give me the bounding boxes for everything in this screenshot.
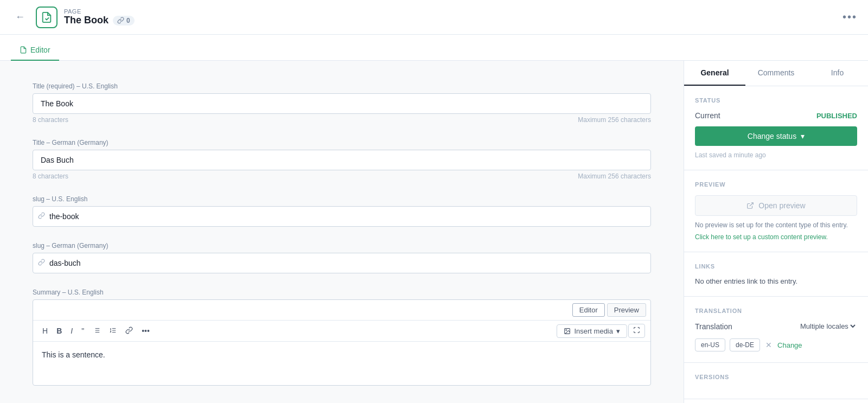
status-value: PUBLISHED <box>816 112 857 120</box>
locale-change-link[interactable]: Change <box>777 341 802 349</box>
versions-section: VERSIONS <box>684 363 868 399</box>
preview-link[interactable]: Click here to set up a custom content pr… <box>695 233 828 241</box>
main-layout: Title (required) – U.S. English 8 charac… <box>0 61 868 403</box>
sidebar-tabs: General Comments Info <box>684 61 868 86</box>
link-icon <box>117 17 124 24</box>
page-icon <box>41 11 53 23</box>
tab-editor-label: Editor <box>30 46 50 54</box>
insert-media-label: Insert media <box>574 327 613 335</box>
preview-section-title: PREVIEW <box>695 181 857 188</box>
translation-section-title: TRANSLATION <box>695 308 857 314</box>
toolbar-ul-btn[interactable] <box>89 324 104 338</box>
summary-content[interactable]: This is a sentence. <box>33 342 650 385</box>
sidebar-tab-general[interactable]: General <box>684 61 745 86</box>
header-page-label: Page <box>64 8 135 15</box>
toolbar-quote-btn[interactable]: " <box>78 324 88 337</box>
field-slug-en: slug – U.S. English <box>33 195 651 227</box>
toolbar-ol-btn[interactable] <box>105 324 120 338</box>
insert-media-button[interactable]: Insert media ▾ <box>557 324 627 338</box>
svg-line-11 <box>750 203 753 206</box>
insert-media-icon <box>564 328 571 335</box>
title-en-char-count: 8 characters <box>33 116 68 124</box>
title-en-max: Maximum 256 characters <box>578 116 651 124</box>
svg-point-10 <box>566 329 567 330</box>
title-de-char-count: 8 characters <box>33 172 68 180</box>
title-de-meta: 8 characters Maximum 256 characters <box>33 172 651 180</box>
status-current-label: Current <box>695 111 720 120</box>
more-options-button[interactable]: ••• <box>843 11 857 23</box>
status-section-title: STATUS <box>695 97 857 104</box>
status-row: Current PUBLISHED <box>695 111 857 120</box>
toolbar-italic-btn[interactable]: I <box>67 324 76 337</box>
header-title-block: Page The Book 0 <box>64 8 135 26</box>
header-left: ← Page The Book 0 <box>11 7 135 28</box>
title-de-max: Maximum 256 characters <box>578 172 651 180</box>
toolbar-more-btn[interactable]: ••• <box>138 324 154 337</box>
editor-toolbar: H B I " ••• <box>33 321 650 342</box>
open-preview-label: Open preview <box>758 201 805 210</box>
slug-de-label: slug – German (Germany) <box>33 242 651 250</box>
field-slug-de: slug – German (Germany) <box>33 242 651 273</box>
translation-select[interactable]: Multiple locales <box>798 322 857 331</box>
slug-en-wrap <box>33 206 651 227</box>
tab-bar: Editor <box>0 35 868 61</box>
sidebar-tab-info[interactable]: Info <box>807 61 868 86</box>
tab-editor[interactable]: Editor <box>11 38 59 61</box>
open-preview-icon <box>746 202 754 209</box>
title-en-input[interactable] <box>33 93 651 114</box>
header-page-title: The Book 0 <box>64 15 135 26</box>
change-status-chevron: ▾ <box>801 132 805 140</box>
slug-en-input[interactable] <box>33 206 651 227</box>
versions-section-title: VERSIONS <box>695 374 857 380</box>
slug-en-link-icon <box>38 212 45 221</box>
translation-label: Translation <box>695 322 732 331</box>
header-title-text: The Book <box>64 15 108 26</box>
links-note: No other entries link to this entry. <box>695 277 857 285</box>
toolbar-link-btn[interactable] <box>122 324 137 338</box>
title-en-label: Title (required) – U.S. English <box>33 82 651 90</box>
slug-de-wrap <box>33 253 651 273</box>
link-badge: 0 <box>113 16 135 25</box>
locale-remove-button[interactable]: ✕ <box>764 340 773 350</box>
fullscreen-icon <box>633 327 640 334</box>
locale-en-tag: en-US <box>695 338 725 351</box>
title-en-meta: 8 characters Maximum 256 characters <box>33 116 651 124</box>
fullscreen-button[interactable] <box>628 324 645 338</box>
page-icon-wrap <box>36 7 58 28</box>
links-section-title: LINKS <box>695 263 857 270</box>
translation-section: TRANSLATION Translation Multiple locales… <box>684 297 868 363</box>
summary-preview-tab[interactable]: Preview <box>607 303 646 317</box>
sidebar-panel: General Comments Info STATUS Current PUB… <box>684 61 868 403</box>
editor-tab-icon <box>20 46 27 54</box>
change-status-label: Change status <box>748 132 796 140</box>
editor-panel: Title (required) – U.S. English 8 charac… <box>0 61 684 403</box>
link-count: 0 <box>126 17 130 24</box>
summary-tabs: Editor Preview <box>33 300 650 321</box>
toolbar-bold-btn[interactable]: B <box>53 324 66 337</box>
title-de-label: Title – German (Germany) <box>33 139 651 146</box>
last-saved: Last saved a minute ago <box>695 151 857 159</box>
field-title-de: Title – German (Germany) 8 characters Ma… <box>33 139 651 180</box>
translation-row: Translation Multiple locales <box>695 322 857 331</box>
preview-note: No preview is set up for the content typ… <box>695 221 857 229</box>
sidebar-tab-comments[interactable]: Comments <box>745 61 807 86</box>
preview-section: PREVIEW Open preview No preview is set u… <box>684 170 868 252</box>
field-title-en: Title (required) – U.S. English 8 charac… <box>33 82 651 124</box>
locale-tags: en-US de-DE ✕ Change <box>695 338 857 351</box>
slug-de-input[interactable] <box>33 253 651 273</box>
slug-en-label: slug – U.S. English <box>33 195 651 203</box>
change-status-button[interactable]: Change status ▾ <box>695 126 857 146</box>
insert-media-chevron: ▾ <box>616 327 620 335</box>
locale-de-tag: de-DE <box>730 338 760 351</box>
back-button[interactable]: ← <box>11 9 29 25</box>
summary-editor-wrap: Editor Preview H B I " <box>33 299 651 386</box>
summary-label: Summary – U.S. English <box>33 289 651 296</box>
toolbar-heading-btn[interactable]: H <box>39 324 52 337</box>
summary-editor-tab[interactable]: Editor <box>572 303 605 317</box>
title-de-input[interactable] <box>33 150 651 170</box>
open-preview-button: Open preview <box>695 195 857 216</box>
status-section: STATUS Current PUBLISHED Change status ▾… <box>684 86 868 170</box>
top-header: ← Page The Book 0 ••• <box>0 0 868 35</box>
field-summary: Summary – U.S. English Editor Preview H … <box>33 289 651 386</box>
links-section: LINKS No other entries link to this entr… <box>684 252 868 297</box>
